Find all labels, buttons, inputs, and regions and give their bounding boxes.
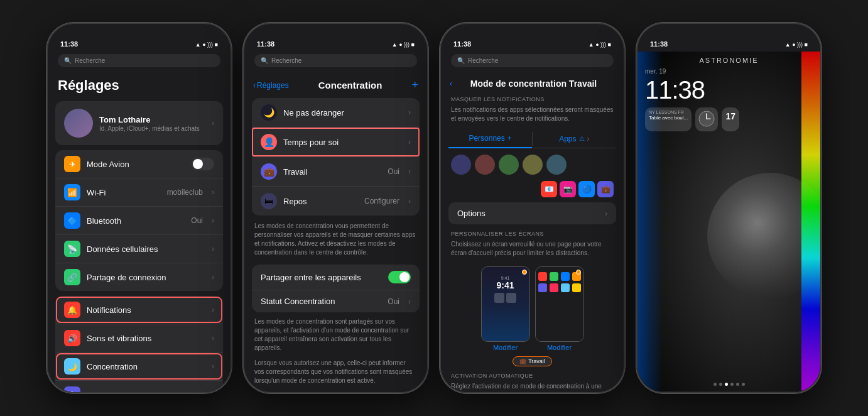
mini-phone-lock[interactable]: 9:41 9:41 <box>481 266 530 342</box>
work-title: Mode de concentration Travail <box>452 79 615 89</box>
repos-icon: 🛏 <box>261 193 277 209</box>
mini-badge <box>522 270 527 275</box>
avatar-5 <box>546 155 567 175</box>
wifi-icon: 📶 <box>64 184 80 200</box>
personnes-add-icon[interactable]: + <box>507 134 512 143</box>
search-placeholder-2: Recherche <box>271 57 301 64</box>
options-label: Options <box>457 209 605 218</box>
status-icons-2: ▲ ● ))) ■ <box>392 41 415 48</box>
toggle-section: Partager entre les appareils Statut Conc… <box>252 265 420 312</box>
apps-icons-row: 📧 📷 🔵 💼 <box>441 178 624 200</box>
search-icon-2: 🔍 <box>261 57 268 64</box>
travail-label: Travail <box>283 167 381 177</box>
settings-row-bluetooth[interactable]: 🔷 Bluetooth Oui › <box>55 207 223 235</box>
bluetooth-label: Bluetooth <box>87 216 185 226</box>
settings-row-concentration[interactable]: 🌙 Concentration › <box>55 353 223 381</box>
statut-value: Oui <box>388 297 399 306</box>
statut-chevron: › <box>408 297 411 306</box>
badge-container-outer: 💼 Travail <box>441 356 624 366</box>
status-time-4: 11:38 <box>650 40 668 48</box>
lock-screen-container: 9:41 9:41 Modifier <box>481 266 530 351</box>
concentration-nav: ‹ Réglages Concentration + <box>244 75 427 96</box>
conc-row-tempspourmoi[interactable]: 👤 Temps pour soi › <box>252 128 420 157</box>
hotspot-chevron: › <box>212 273 214 282</box>
user-chevron: › <box>212 119 214 128</box>
settings-row-wifi[interactable]: 📶 Wi-Fi mobileclub › <box>55 178 223 207</box>
travail-icon: 💼 <box>261 163 277 180</box>
status-time-2: 11:38 <box>257 40 274 48</box>
bluetooth-value: Oui <box>191 216 203 225</box>
search-bar-3[interactable]: 🔍 Recherche <box>451 54 614 67</box>
avion-toggle[interactable] <box>192 158 214 170</box>
status-icons-4: ▲ ● ))) ■ <box>785 41 808 48</box>
options-row[interactable]: Options › <box>448 202 616 224</box>
apps-chevron: › <box>587 134 590 143</box>
status-time-3: 11:38 <box>453 40 471 48</box>
modify-home-label[interactable]: Modifier <box>547 344 572 351</box>
app-icon-2: 📷 <box>560 181 576 197</box>
astronomy-bottom: Personnaliser + <box>637 383 820 393</box>
mini-icon-1 <box>494 293 504 303</box>
mini-home-badge <box>576 270 581 275</box>
status-icons-3: ▲ ● ))) ■ <box>589 41 611 48</box>
settings-group-notifications: 🔔 Notifications › 🔊 Sons et vibrations ›… <box>55 296 223 393</box>
clock-face <box>698 110 715 128</box>
tempspourmoi-icon: 👤 <box>261 134 277 150</box>
search-bar-2[interactable]: 🔍 Recherche <box>254 54 417 67</box>
concentration-screen: 🔍 Recherche ‹ Réglages Concentration + 🌙… <box>244 52 427 393</box>
mini-app-5 <box>538 283 547 292</box>
conc-row-travail[interactable]: 💼 Travail Oui › <box>252 157 420 187</box>
conc-row-nodisturb[interactable]: 🌙 Ne pas déranger › <box>252 98 420 128</box>
settings-row-sounds[interactable]: 🔊 Sons et vibrations › <box>55 324 223 353</box>
statut-row[interactable]: Statut Concentration Oui › <box>252 290 420 312</box>
user-card[interactable]: Tom Lothaire Id. Apple, iCloud+, médias … <box>55 101 223 145</box>
settings-row-notifications[interactable]: 🔔 Notifications › <box>55 296 223 324</box>
concentration-label: Concentration <box>87 362 205 371</box>
share-toggle[interactable] <box>388 271 411 283</box>
search-bar[interactable]: 🔍 Recherche <box>58 54 220 67</box>
search-icon-3: 🔍 <box>457 57 465 64</box>
dot-4 <box>730 383 734 386</box>
mini-lock-screen: 9:41 9:41 <box>482 267 529 341</box>
repos-value: Configurer <box>364 197 399 205</box>
avatar <box>64 109 93 138</box>
share-toggle-row: Partager entre les appareils <box>252 265 420 290</box>
tab-personnes[interactable]: Personnes + <box>448 129 532 148</box>
travail-value: Oui <box>388 167 399 176</box>
astronomy-widget-row: NY LESSONS FR Table avec boul... 17 <box>645 107 739 131</box>
app-icon-4: 💼 <box>597 181 614 197</box>
mini-phone-home[interactable] <box>535 266 584 342</box>
tab-apps[interactable]: Apps ⚠ › <box>533 129 616 148</box>
avatar-4 <box>523 155 543 175</box>
modify-lock-label[interactable]: Modifier <box>493 344 518 351</box>
home-screen-container: Modifier <box>535 266 584 351</box>
auto-section-header: ACTIVATION AUTOMATIQUE <box>441 369 624 381</box>
mini-lock-time: 9:41 <box>496 280 514 290</box>
repos-chevron: › <box>408 197 411 205</box>
back-button[interactable]: ‹ Réglages <box>253 81 289 90</box>
settings-group-network: ✈ Mode Avion 📶 Wi-Fi mobileclub › 🔷 Blue… <box>55 150 223 291</box>
repos-label: Repos <box>283 197 358 206</box>
bluetooth-chevron: › <box>212 216 214 225</box>
cellular-chevron: › <box>212 244 214 253</box>
phone-concentration: 11:38 ▲ ● ))) ■ 🔍 Recherche ‹ Réglages C… <box>243 23 428 393</box>
settings-row-hotspot[interactable]: 🔗 Partage de connexion › <box>55 263 223 291</box>
search-icon: 🔍 <box>64 57 72 64</box>
status-bar-1: 11:38 ▲ ● ))) ■ <box>48 24 231 52</box>
widget-number-value: 17 <box>725 111 735 121</box>
user-info: Tom Lothaire Id. Apple, iCloud+, médias … <box>99 115 205 132</box>
add-concentration-button[interactable]: + <box>411 79 418 92</box>
wifi-label: Wi-Fi <box>87 188 161 197</box>
badge-label: Travail <box>528 358 545 364</box>
avatar-1 <box>451 155 471 175</box>
conc-row-repos[interactable]: 🛏 Repos Configurer › <box>252 187 420 216</box>
search-container: 🔍 Recherche <box>48 52 231 75</box>
avatars-row <box>441 151 624 178</box>
screentime-chevron: › <box>212 390 214 393</box>
settings-row-screentime[interactable]: ⏱ Temps d'écran › <box>55 381 223 393</box>
screens-section-header: PERSONNALISER LES ÉCRANS <box>441 227 624 239</box>
mini-app-1 <box>538 272 547 281</box>
settings-row-cellular[interactable]: 📡 Données cellulaires › <box>55 235 223 263</box>
settings-row-avion[interactable]: ✈ Mode Avion <box>55 150 223 178</box>
mini-home-screen <box>536 267 583 341</box>
